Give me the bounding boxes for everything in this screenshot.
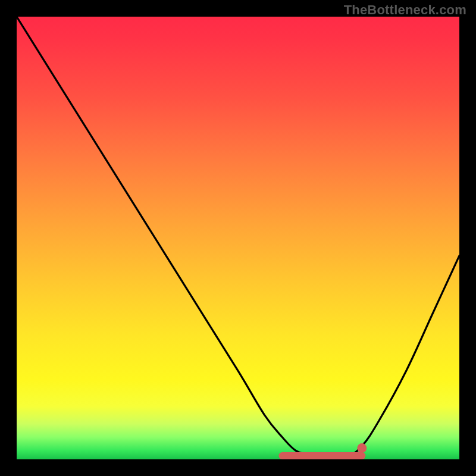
watermark-text: TheBottleneck.com — [344, 2, 466, 18]
highlight-end-dot — [357, 443, 367, 453]
plot-area — [17, 17, 459, 459]
curve-layer — [17, 17, 459, 459]
bottleneck-curve-line — [17, 17, 459, 459]
chart-frame: { "watermark": "TheBottleneck.com", "col… — [0, 0, 476, 476]
